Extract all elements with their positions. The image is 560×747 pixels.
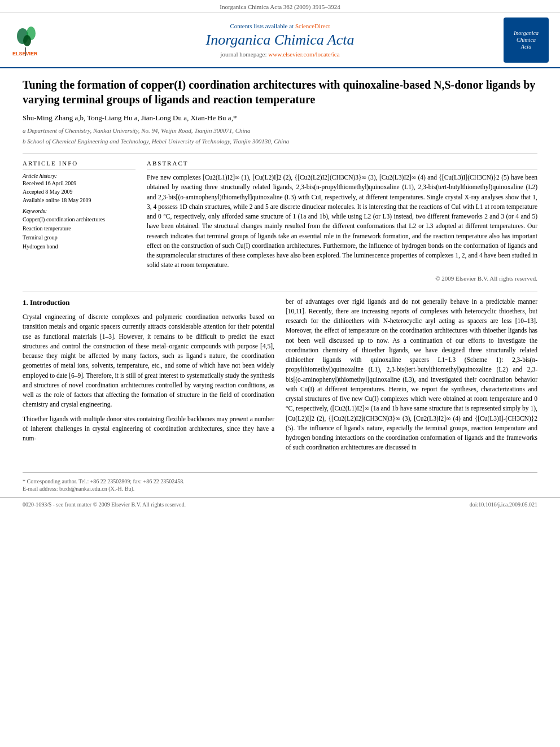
body-section: 1. Introduction Crystal engineering of d… xyxy=(23,297,537,457)
divider-2 xyxy=(23,291,537,291)
homepage-label: journal homepage: xyxy=(220,51,268,58)
authors-text: Shu-Ming Zhang a,b, Tong-Liang Hu a, Jia… xyxy=(23,113,237,122)
journal-homepage-link: journal homepage: www.elsevier.com/locat… xyxy=(56,51,504,58)
sciencedirect-link[interactable]: ScienceDirect xyxy=(295,23,330,29)
footer-copyright: 0020-1693/$ - see front matter © 2009 El… xyxy=(23,501,186,508)
journal-citation-text: Inorganica Chimica Acta 362 (2009) 3915–… xyxy=(220,3,340,10)
article-title: Tuning the formation of copper(I) coordi… xyxy=(23,77,537,107)
corresponding-author-note: * Corresponding author. Tel.: +86 22 235… xyxy=(23,478,537,484)
page-footer: 0020-1693/$ - see front matter © 2009 El… xyxy=(0,497,560,511)
keyword-2: Reaction temperature xyxy=(23,224,135,233)
info-abstract-section: ARTICLE INFO Article history: Received 1… xyxy=(23,160,537,282)
intro-p1: Crystal engineering of discrete complexe… xyxy=(23,312,274,410)
email-note: E-mail address: buxh@nankai.edu.cn (X.-H… xyxy=(23,486,537,492)
sciencedirect-notice: Contents lists available at ScienceDirec… xyxy=(56,23,504,29)
divider-1 xyxy=(23,154,537,154)
article-info-heading: ARTICLE INFO xyxy=(23,160,135,169)
available-date: Available online 18 May 2009 xyxy=(23,197,135,203)
footer-doi: doi:10.1016/j.ica.2009.05.021 xyxy=(470,501,537,508)
received-date: Received 16 April 2009 xyxy=(23,180,135,186)
keyword-4: Hydrogen bond xyxy=(23,242,135,251)
abstract-heading: ABSTRACT xyxy=(147,160,537,169)
elsevier-logo-icon: ELSEVIER xyxy=(11,25,56,56)
elsevier-branding: ELSEVIER xyxy=(11,25,56,56)
accepted-date: Accepted 8 May 2009 xyxy=(23,189,135,195)
keywords-label: Keywords: xyxy=(23,208,135,214)
article-body: Tuning the formation of copper(I) coordi… xyxy=(0,68,560,466)
footnotes: * Corresponding author. Tel.: +86 22 235… xyxy=(0,472,560,492)
body-col-right: ber of advantages over rigid ligands and… xyxy=(286,297,537,457)
intro-p3: ber of advantages over rigid ligands and… xyxy=(286,297,537,453)
affiliation-1: a Department of Chemistry, Nankai Univer… xyxy=(23,126,537,136)
article-authors: Shu-Ming Zhang a,b, Tong-Liang Hu a, Jia… xyxy=(23,113,537,123)
svg-text:ELSEVIER: ELSEVIER xyxy=(12,51,38,56)
ica-logo-text: InorganicaChimicaActa xyxy=(514,30,539,50)
article-info-column: ARTICLE INFO Article history: Received 1… xyxy=(23,160,135,282)
homepage-url[interactable]: www.elsevier.com/locate/ica xyxy=(268,51,339,58)
keywords-list: Copper(I) coordination architectures Rea… xyxy=(23,215,135,251)
svg-point-3 xyxy=(23,35,31,46)
history-label: Article history: xyxy=(23,173,135,179)
journal-title: Inorganica Chimica Acta xyxy=(56,32,504,49)
copyright-notice: © 2009 Elsevier B.V. All rights reserved… xyxy=(147,275,537,282)
sciencedirect-label: Contents lists available at xyxy=(230,23,295,29)
body-col-left: 1. Introduction Crystal engineering of d… xyxy=(23,297,274,457)
journal-citation-bar: Inorganica Chimica Acta 362 (2009) 3915–… xyxy=(0,0,560,13)
keyword-1: Copper(I) coordination architectures xyxy=(23,215,135,224)
journal-header: ELSEVIER Contents lists available at Sci… xyxy=(0,13,560,68)
abstract-text: Five new complexes [Cu2(L1)I2]∞ (1), [Cu… xyxy=(147,173,537,270)
ica-logo-box: InorganicaChimicaActa xyxy=(504,18,549,63)
intro-heading: 1. Introduction xyxy=(23,297,274,308)
keyword-3: Terminal group xyxy=(23,233,135,242)
footnote-divider xyxy=(23,472,537,473)
journal-title-area: Contents lists available at ScienceDirec… xyxy=(56,23,504,58)
intro-p2: Thioether ligands with multiple donor si… xyxy=(23,414,274,444)
article-affiliations: a Department of Chemistry, Nankai Univer… xyxy=(23,126,537,146)
abstract-column: ABSTRACT Five new complexes [Cu2(L1)I2]∞… xyxy=(147,160,537,282)
affiliation-2: b School of Chemical Engineering and Tec… xyxy=(23,137,537,146)
